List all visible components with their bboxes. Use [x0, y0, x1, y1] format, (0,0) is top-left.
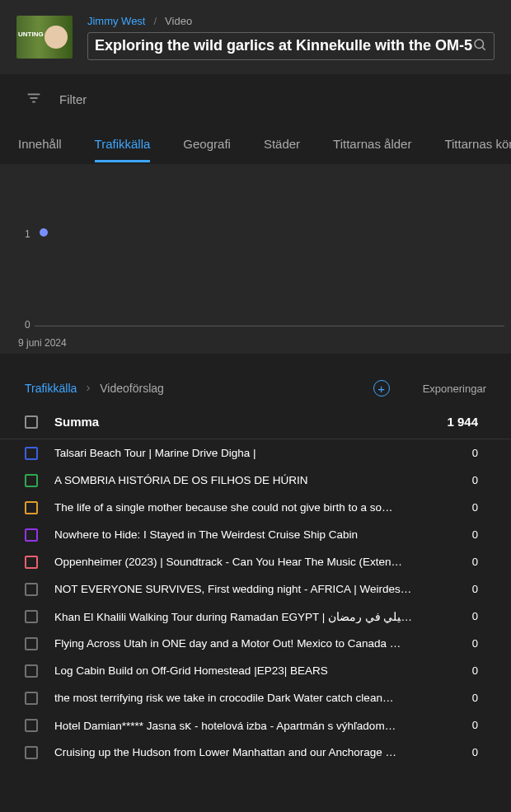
tab-geografi[interactable]: Geografi [183, 125, 231, 162]
svg-line-1 [482, 47, 485, 49]
table-row[interactable]: Talsari Beach Tour | Marine Drive Digha … [0, 439, 511, 467]
chart-data-point[interactable] [40, 228, 48, 237]
row-value: 0 [429, 664, 478, 677]
table-breadcrumb-link[interactable]: Trafikkälla [25, 382, 77, 395]
row-value: 0 [429, 447, 478, 459]
row-value: 0 [429, 746, 478, 758]
tab-innehåll[interactable]: Innehåll [18, 125, 62, 162]
tab-tittarnas-ålder[interactable]: Tittarnas ålder [333, 125, 411, 162]
filter-icon [25, 89, 43, 110]
breadcrumb-author[interactable]: Jimmy West [87, 15, 146, 27]
svg-point-0 [475, 40, 484, 49]
row-checkbox[interactable] [25, 692, 38, 705]
table-row[interactable]: Flying Across Utah in ONE day and a Moto… [0, 630, 511, 657]
tabs-bar: InnehållTrafikkällaGeografiStäderTittarn… [0, 124, 511, 164]
row-checkbox[interactable] [25, 746, 38, 759]
row-checkbox[interactable] [25, 583, 38, 596]
summary-row: Summa 1 944 [0, 405, 511, 439]
row-value: 0 [429, 501, 478, 514]
row-checkbox[interactable] [25, 610, 38, 623]
row-title: A SOMBRIA HISTÓRIA DE OS FILHOS DE HÚRIN [54, 474, 429, 486]
row-title: NOT EVERYONE SURVIVES, First wedding nig… [54, 583, 429, 595]
breadcrumb-separator: / [153, 15, 157, 27]
row-value: 0 [429, 719, 478, 731]
row-checkbox[interactable] [25, 664, 38, 678]
x-axis-label: 9 juni 2024 [18, 337, 67, 349]
summary-checkbox[interactable] [25, 415, 38, 429]
table-row[interactable]: Oppenheimer (2023) | Soundtrack - Can Yo… [0, 548, 511, 575]
search-icon[interactable] [472, 37, 487, 54]
row-checkbox[interactable] [25, 474, 38, 487]
row-title: Log Cabin Build on Off-Grid Homestead |E… [54, 664, 429, 677]
row-value: 0 [429, 474, 478, 486]
row-title: Hotel Damian***** Jasna sᴋ - hotelová iz… [54, 719, 429, 732]
row-title: The life of a single mother because she … [54, 501, 429, 514]
x-axis-line [35, 326, 504, 326]
chart-area: 1 0 9 juni 2024 [0, 164, 511, 354]
row-checkbox[interactable] [25, 637, 38, 650]
title-search-field[interactable]: Exploring the wild garlics at Kinnekulle… [87, 32, 495, 60]
table-row[interactable]: Hotel Damian***** Jasna sᴋ - hotelová iz… [0, 711, 511, 739]
table-row[interactable]: Log Cabin Build on Off-Grid Homestead |E… [0, 657, 511, 684]
row-title: Cruising up the Hudson from Lower Manhat… [54, 746, 429, 758]
row-value: 0 [429, 583, 478, 595]
table-row[interactable]: The life of a single mother because she … [0, 494, 511, 521]
row-title: Oppenheimer (2023) | Soundtrack - Can Yo… [54, 556, 429, 568]
tab-tittarnas-kön[interactable]: Tittarnas kön [444, 125, 511, 162]
summary-label: Summa [54, 415, 429, 429]
table-row[interactable]: A SOMBRIA HISTÓRIA DE OS FILHOS DE HÚRIN… [0, 467, 511, 494]
table-breadcrumb: Trafikkälla Videoförslag [25, 382, 164, 395]
row-title: Nowhere to Hide: I Stayed in The Weirdes… [54, 528, 429, 541]
video-title: Exploring the wild garlics at Kinnekulle… [95, 37, 472, 54]
video-thumbnail[interactable] [16, 16, 73, 59]
row-title: Flying Across Utah in ONE day and a Moto… [54, 637, 429, 650]
row-checkbox[interactable] [25, 556, 38, 569]
header-main: Jimmy West / Video Exploring the wild ga… [87, 15, 495, 60]
tab-städer[interactable]: Städer [264, 125, 300, 162]
chevron-right-icon [83, 383, 93, 393]
y-tick-1: 1 [25, 228, 30, 240]
breadcrumb: Jimmy West / Video [87, 15, 495, 27]
table-breadcrumb-current: Videoförslag [100, 382, 164, 395]
table-row[interactable]: NOT EVERYONE SURVIVES, First wedding nig… [0, 575, 511, 603]
table-header-right: + Exponeringar [373, 380, 486, 397]
table-header: Trafikkälla Videoförslag + Exponeringar [0, 362, 511, 405]
add-metric-button[interactable]: + [373, 380, 390, 397]
page-header: Jimmy West / Video Exploring the wild ga… [0, 0, 511, 74]
breadcrumb-page: Video [165, 15, 192, 27]
row-value: 0 [429, 556, 478, 568]
row-title: Khan El Khalili Walking Tour during Rama… [54, 610, 429, 623]
row-checkbox[interactable] [25, 501, 38, 514]
y-tick-0: 0 [25, 319, 30, 331]
summary-value: 1 944 [429, 415, 478, 429]
row-title: Talsari Beach Tour | Marine Drive Digha … [54, 447, 429, 459]
row-checkbox[interactable] [25, 447, 38, 460]
table-row[interactable]: the most terrifying risk we take in croc… [0, 684, 511, 711]
table-row[interactable]: Nowhere to Hide: I Stayed in The Weirdes… [0, 521, 511, 548]
tab-trafikkälla[interactable]: Trafikkälla [95, 125, 151, 162]
row-checkbox[interactable] [25, 528, 38, 542]
column-header-exposures[interactable]: Exponeringar [423, 383, 486, 395]
row-value: 0 [429, 528, 478, 541]
row-checkbox[interactable] [25, 719, 38, 732]
table-row[interactable]: Cruising up the Hudson from Lower Manhat… [0, 739, 511, 766]
data-section: Trafikkälla Videoförslag + Exponeringar … [0, 354, 511, 766]
row-value: 0 [429, 692, 478, 704]
filter-bar[interactable]: Filter [0, 74, 511, 124]
filter-label: Filter [59, 92, 87, 106]
row-value: 0 [429, 610, 478, 622]
row-value: 0 [429, 637, 478, 650]
table-row[interactable]: Khan El Khalili Walking Tour during Rama… [0, 603, 511, 630]
row-title: the most terrifying risk we take in croc… [54, 692, 429, 704]
data-table: Summa 1 944 Talsari Beach Tour | Marine … [0, 405, 511, 766]
